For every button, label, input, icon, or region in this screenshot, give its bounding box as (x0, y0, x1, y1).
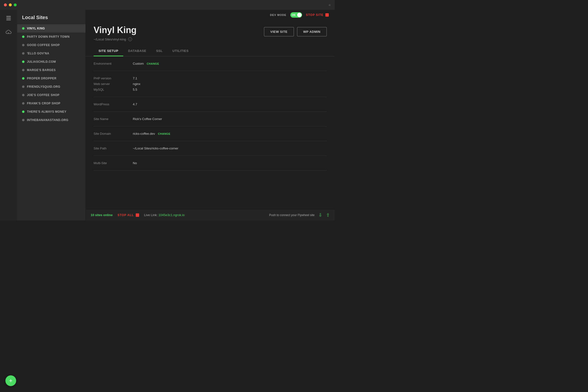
site-status-dot (22, 77, 24, 80)
site-status-dot (22, 86, 24, 88)
site-item-label: INTHEBANANASTAND.ORG (27, 118, 68, 122)
site-status-dot (22, 110, 24, 113)
sidebar-item-party-down[interactable]: PARTY DOWN PARTY TOWN (17, 32, 86, 41)
sidebar-header: Local Sites (17, 10, 86, 24)
environment-label: Environment (94, 62, 133, 66)
collapse-icon[interactable]: « (328, 3, 331, 7)
sidebar-item-juliaschild[interactable]: JULIASCHILD.COM (17, 58, 86, 66)
sidebar: Local Sites VINYL KINGPARTY DOWN PARTY T… (17, 10, 86, 220)
live-link-url[interactable]: 1045e3c1.ngrok.io (158, 213, 185, 217)
tab-database[interactable]: DATABASE (123, 46, 151, 56)
webserver-value: nginx (133, 82, 140, 86)
stop-site-label: STOP SITE (306, 13, 324, 17)
push-upload-icon[interactable]: ⇧ (326, 212, 330, 218)
traffic-lights (4, 4, 17, 6)
sidebar-item-friendlysquid[interactable]: FRIENDLYSQUID.ORG (17, 82, 86, 91)
wp-admin-button[interactable]: WP ADMIN (297, 27, 327, 36)
sidebar-item-theres-always-money[interactable]: THERE'S ALWAYS MONEY (17, 108, 86, 116)
site-item-label: JULIASCHILD.COM (27, 60, 56, 64)
site-path-text: ~/Local Sites/vinyl-king (94, 38, 126, 41)
site-path-row: Site Path ~/Local Sites/ricks-coffee-cor… (94, 146, 327, 151)
live-link: Live Link: 1045e3c1.ngrok.io (144, 213, 185, 217)
sidebar-item-proper-dropper[interactable]: PROPER DROPPER (17, 74, 86, 82)
stop-all-button[interactable]: STOP ALL (118, 214, 139, 217)
tab-utilities[interactable]: UTILITIES (168, 46, 194, 56)
wordpress-label: WordPress (94, 102, 133, 106)
environment-row: Environment Custom CHANGE (94, 61, 327, 66)
minimize-button[interactable] (9, 4, 12, 6)
site-status-dot (22, 44, 24, 46)
mysql-row: MySQL 5.5 (94, 87, 327, 92)
sidebar-item-marges-barges[interactable]: MARGE'S BARGES (17, 66, 86, 74)
sidebar-item-joes-coffee[interactable]: JOE'S COFFEE SHOP (17, 91, 86, 99)
sidebar-item-good-coffee[interactable]: GOOD COFFEE SHOP (17, 41, 86, 49)
site-name-label: Site Name (94, 117, 133, 121)
site-item-label: FRANK'S CROP SHOP (27, 102, 60, 105)
svg-rect-0 (6, 16, 11, 17)
site-status-dot (22, 102, 24, 104)
multisite-row: Multi-Site No (94, 160, 327, 166)
site-path-label: Site Path (94, 146, 133, 150)
wordpress-row: WordPress 4.7 (94, 102, 327, 107)
icon-rail (0, 10, 17, 220)
site-domain-section: Site Domain ricks-coffee.dev CHANGE (94, 126, 327, 141)
mysql-value: 5.5 (133, 88, 137, 92)
push-download-icon[interactable]: ⇩ (318, 212, 322, 218)
environment-section: Environment Custom CHANGE (94, 56, 327, 71)
site-status-dot (22, 119, 24, 121)
environment-change-link[interactable]: CHANGE (147, 62, 159, 65)
status-bar: 10 sites online STOP ALL Live Link: 1045… (86, 209, 335, 220)
site-status-dot (22, 60, 24, 63)
webserver-label: Web server (94, 82, 133, 86)
site-header-region: Vinyl King ~/Local Sites/vinyl-king i VI… (86, 20, 335, 46)
sidebar-item-ello-govna[interactable]: 'ELLO GOV'NA (17, 49, 86, 58)
site-domain-change-link[interactable]: CHANGE (158, 132, 170, 135)
site-title: Vinyl King (94, 25, 136, 35)
cloud-icon[interactable] (4, 28, 13, 36)
titlebar: « (0, 0, 335, 10)
dev-mode-toggle[interactable]: ON (290, 12, 302, 18)
dev-mode-label: DEV MODE (270, 14, 286, 16)
site-item-label: JOE'S COFFEE SHOP (27, 93, 60, 97)
site-item-label: MARGE'S BARGES (27, 68, 56, 72)
php-row: PHP version 7.1 (94, 76, 327, 81)
svg-rect-2 (6, 19, 11, 20)
flywheel-label: Push to connect your Flywheel site (269, 214, 314, 217)
site-name-value: Rick's Coffee Corner (133, 117, 162, 121)
tab-ssl[interactable]: SSL (151, 46, 168, 56)
tabs: SITE SETUPDATABASESSLUTILITIES (86, 46, 335, 56)
sidebar-item-franks-crop[interactable]: FRANK'S CROP SHOP (17, 99, 86, 108)
content-area: Environment Custom CHANGE PHP version 7.… (86, 56, 335, 209)
webserver-row: Web server nginx (94, 81, 327, 87)
close-button[interactable] (4, 4, 7, 6)
toggle-knob (297, 13, 302, 17)
site-item-label: VINYL KING (27, 27, 45, 30)
view-site-button[interactable]: VIEW SITE (264, 27, 294, 36)
sites-list: VINYL KINGPARTY DOWN PARTY TOWNGOOD COFF… (17, 24, 86, 220)
site-item-label: PARTY DOWN PARTY TOWN (27, 35, 70, 38)
sites-online-count: 10 (91, 213, 94, 217)
action-buttons: VIEW SITE WP ADMIN (264, 25, 327, 36)
stop-site-button[interactable]: STOP SITE (306, 13, 329, 17)
flywheel-push: Push to connect your Flywheel site ⇩ ⇧ (269, 212, 330, 218)
mysql-label: MySQL (94, 88, 133, 92)
sidebar-item-vinyl-king[interactable]: VINYL KING (17, 24, 86, 32)
site-name-row: Site Name Rick's Coffee Corner (94, 116, 327, 122)
sites-icon[interactable] (4, 14, 13, 22)
tab-site-setup[interactable]: SITE SETUP (94, 46, 123, 56)
site-path-section: Site Path ~/Local Sites/ricks-coffee-cor… (94, 141, 327, 156)
site-domain-value: ricks-coffee.dev CHANGE (133, 132, 170, 136)
sidebar-item-inthebananastand[interactable]: INTHEBANANASTAND.ORG (17, 116, 86, 124)
server-section: PHP version 7.1 Web server nginx MySQL 5… (94, 71, 327, 97)
site-item-label: GOOD COFFEE SHOP (27, 43, 60, 47)
site-item-label: THERE'S ALWAYS MONEY (27, 110, 66, 114)
app-body: Local Sites VINYL KINGPARTY DOWN PARTY T… (0, 10, 335, 220)
maximize-button[interactable] (14, 4, 17, 6)
multisite-label: Multi-Site (94, 161, 133, 165)
sites-online-label: sites online (95, 213, 113, 217)
site-item-label: PROPER DROPPER (27, 77, 56, 80)
site-status-dot (22, 94, 24, 96)
main-content: DEV MODE ON STOP SITE Vinyl King ~/Local… (86, 10, 335, 220)
site-status-dot (22, 27, 24, 30)
path-info-icon[interactable]: i (128, 37, 132, 41)
